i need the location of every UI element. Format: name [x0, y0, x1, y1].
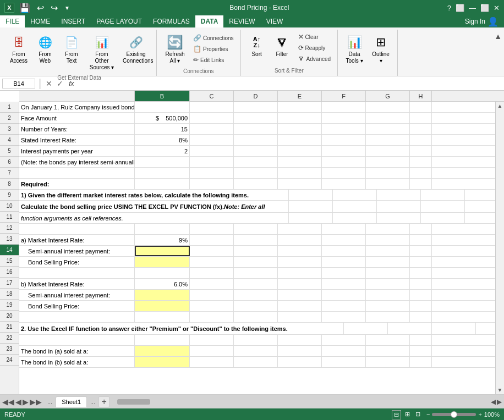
cell-g8[interactable] — [366, 179, 410, 189]
cell-c24[interactable] — [190, 357, 234, 367]
h-scroll-right[interactable]: ▶ — [497, 398, 502, 406]
cell-f13[interactable] — [322, 235, 366, 245]
cell-f23[interactable] — [322, 346, 366, 356]
col-header-g[interactable]: G — [366, 91, 410, 101]
cell-h6[interactable] — [410, 157, 432, 167]
cell-h12[interactable] — [410, 224, 432, 234]
cell-g18[interactable] — [366, 290, 410, 300]
help-button[interactable]: ? — [447, 4, 451, 12]
col-header-e[interactable]: E — [278, 91, 322, 101]
menu-home[interactable]: HOME — [25, 15, 56, 27]
cell-c11[interactable] — [289, 213, 333, 223]
row-num-7[interactable]: 7 — [0, 168, 19, 179]
cell-a15[interactable]: Bond Selling Price: — [19, 257, 135, 267]
properties-button[interactable]: 📋 Properties — [191, 44, 236, 54]
from-access-button[interactable]: 🗄 FromAccess — [7, 31, 31, 67]
cell-c13[interactable] — [190, 235, 234, 245]
cell-b16[interactable] — [135, 268, 190, 278]
cell-f14[interactable] — [322, 246, 366, 256]
from-text-button[interactable]: 📄 FromText — [59, 31, 84, 67]
cell-f4[interactable] — [322, 135, 366, 145]
cell-c10[interactable] — [289, 201, 333, 212]
cell-h1[interactable] — [410, 102, 432, 112]
cell-a19[interactable]: Bond Selling Price: — [19, 301, 135, 311]
cell-f10[interactable] — [421, 201, 465, 212]
menu-data[interactable]: DATA — [195, 15, 224, 27]
cell-e5[interactable] — [278, 146, 322, 156]
cell-f24[interactable] — [322, 357, 366, 367]
collapse-ribbon-button[interactable]: ▲ — [494, 32, 502, 41]
cell-b7[interactable] — [135, 168, 190, 178]
cell-c9[interactable] — [289, 190, 333, 200]
cell-g15[interactable] — [366, 257, 410, 267]
menu-page-layout[interactable]: PAGE LAYOUT — [91, 15, 147, 27]
cell-a24[interactable]: The bond in (b) sold at a: — [19, 357, 135, 367]
cell-h14[interactable] — [410, 246, 432, 256]
cell-d6[interactable] — [234, 157, 278, 167]
row-num-3[interactable]: 3 — [0, 124, 19, 135]
quick-save-button[interactable]: 💾 — [18, 3, 32, 13]
cell-g7[interactable] — [366, 168, 410, 178]
row-num-15[interactable]: 15 — [0, 256, 19, 267]
cell-a12[interactable] — [19, 224, 135, 234]
vertical-scrollbar[interactable]: ▲ ▼ — [495, 102, 504, 394]
cell-b3[interactable]: 15 — [135, 124, 190, 134]
cell-a13[interactable]: a) Market Interest Rate: — [19, 235, 135, 245]
cell-d3[interactable] — [234, 124, 278, 134]
cell-e13[interactable] — [278, 235, 322, 245]
normal-view-button[interactable]: ⊟ — [392, 410, 401, 419]
cell-h22[interactable] — [410, 335, 432, 345]
cell-e11[interactable] — [377, 213, 421, 223]
cell-e10[interactable] — [377, 201, 421, 212]
scroll-up-button[interactable]: ▲ — [497, 103, 503, 109]
cell-g6[interactable] — [366, 157, 410, 167]
cell-a3[interactable]: Number of Years: — [19, 124, 135, 134]
cell-f15[interactable] — [322, 257, 366, 267]
scroll-down-button[interactable]: ▼ — [497, 387, 503, 393]
row-num-13[interactable]: 13 — [0, 234, 19, 245]
row-num-9[interactable]: 9 — [0, 190, 19, 201]
cell-h19[interactable] — [410, 301, 432, 311]
cell-g22[interactable] — [366, 335, 410, 345]
cell-h4[interactable] — [410, 135, 432, 145]
cell-g14[interactable] — [366, 246, 410, 256]
cell-b1[interactable] — [135, 102, 190, 112]
h-scroll-left[interactable]: ◀ — [491, 398, 496, 406]
cell-e24[interactable] — [278, 357, 322, 367]
cell-g16[interactable] — [366, 268, 410, 278]
col-header-d[interactable]: D — [234, 91, 278, 101]
cell-f22[interactable] — [322, 335, 366, 345]
cell-h18[interactable] — [410, 290, 432, 300]
cell-g11[interactable] — [465, 213, 495, 223]
cell-d14[interactable] — [234, 246, 278, 256]
cell-f2[interactable] — [322, 113, 366, 123]
cell-e20[interactable] — [278, 312, 322, 322]
cell-g3[interactable] — [366, 124, 410, 134]
cell-e22[interactable] — [278, 335, 322, 345]
cell-d17[interactable] — [234, 279, 278, 289]
cell-d2[interactable] — [234, 113, 278, 123]
col-header-b[interactable]: B — [135, 91, 190, 101]
cell-c1[interactable] — [190, 102, 234, 112]
cell-e17[interactable] — [278, 279, 322, 289]
cell-d15[interactable] — [234, 257, 278, 267]
cell-c14[interactable] — [190, 246, 234, 256]
cell-e7[interactable] — [278, 168, 322, 178]
cell-h16[interactable] — [410, 268, 432, 278]
cell-e15[interactable] — [278, 257, 322, 267]
cell-f3[interactable] — [322, 124, 366, 134]
from-web-button[interactable]: 🌐 FromWeb — [33, 31, 57, 67]
cell-b13[interactable]: 9% — [135, 235, 190, 245]
cell-f8[interactable] — [322, 179, 366, 189]
cell-f5[interactable] — [322, 146, 366, 156]
col-header-h[interactable]: H — [410, 91, 432, 101]
cell-b24[interactable] — [135, 357, 190, 367]
cell-e2[interactable] — [278, 113, 322, 123]
cell-c12[interactable] — [190, 224, 234, 234]
cell-c17[interactable] — [190, 279, 234, 289]
row-num-10[interactable]: 10 — [0, 201, 19, 212]
cell-c5[interactable] — [190, 146, 234, 156]
cell-d12[interactable] — [234, 224, 278, 234]
menu-insert[interactable]: INSERT — [56, 15, 91, 27]
zoom-slider-thumb[interactable] — [451, 411, 457, 418]
